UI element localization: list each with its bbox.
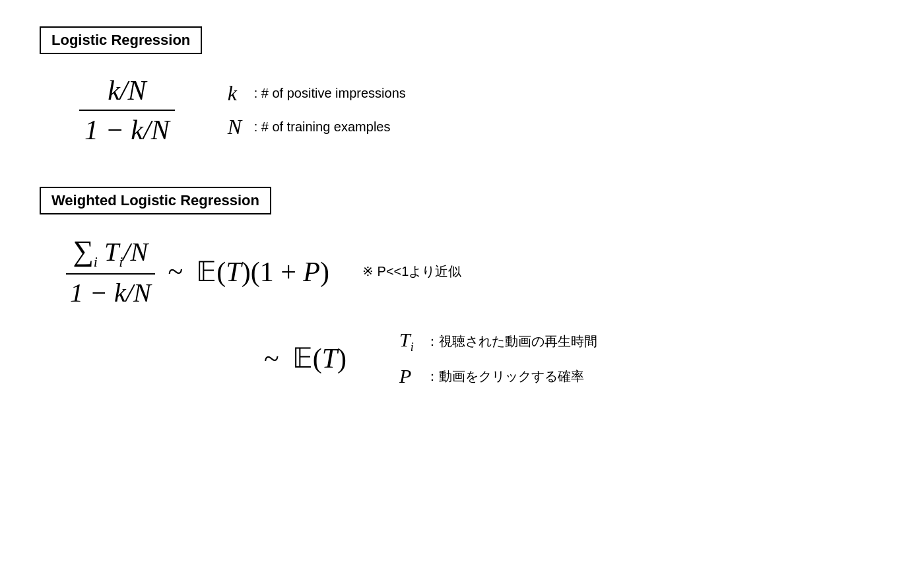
e-formula2: 𝔼(T) <box>292 342 346 374</box>
legend-var-ti: Ti <box>399 329 419 354</box>
weighted-fraction: ∑i Ti/N 1 − k/N <box>66 234 155 309</box>
e-formula1: 𝔼(T)(1 + P) <box>196 255 329 288</box>
legend-item-n: N : # of training examples <box>228 115 406 139</box>
logistic-regression-fraction: k/N 1 − k/N <box>79 74 175 147</box>
legend-colon-k: : # of positive impressions <box>254 86 406 101</box>
weighted-logistic-regression-section: Weighted Logistic Regression ∑i Ti/N 1 −… <box>40 187 884 387</box>
legend-item-k: k : # of positive impressions <box>228 81 406 106</box>
logistic-regression-legend: k : # of positive impressions N : # of t… <box>228 81 406 139</box>
weighted-formula-row2: ~ 𝔼(T) Ti ：視聴された動画の再生時間 P ：動画をクリックする確率 <box>251 329 884 387</box>
t-var: T <box>104 237 119 267</box>
fraction1-numerator: k/N <box>102 74 151 110</box>
annotation-text: ※ P<<1より近似 <box>362 263 461 280</box>
weighted-formulas-container: ∑i Ti/N 1 − k/N ~ 𝔼(T)(1 + P) ※ P<<1より近似… <box>40 234 884 387</box>
logistic-regression-formula-row: k/N 1 − k/N k : # of positive impression… <box>79 74 884 147</box>
t-subscript-i: i <box>119 253 123 270</box>
legend-item-p: P ：動画をクリックする確率 <box>399 365 597 387</box>
sigma-symbol: ∑ <box>73 235 93 267</box>
section2-label: Weighted Logistic Regression <box>40 187 271 214</box>
legend-colon-ti: ：視聴された動画の再生時間 <box>426 333 597 350</box>
weighted-legend: Ti ：視聴された動画の再生時間 P ：動画をクリックする確率 <box>399 329 597 387</box>
section1-label: Logistic Regression <box>40 26 202 54</box>
weighted-formula-row1: ∑i Ti/N 1 − k/N ~ 𝔼(T)(1 + P) ※ P<<1より近似 <box>66 234 884 309</box>
legend-var-p: P <box>399 365 419 387</box>
weighted-fraction-numerator: ∑i Ti/N <box>69 234 152 273</box>
sigma-subscript-i: i <box>94 253 98 270</box>
legend-colon-p: ：動画をクリックする確率 <box>426 368 584 385</box>
tilde-symbol2: ~ <box>264 343 279 374</box>
legend-var-n: N <box>228 115 248 139</box>
logistic-regression-section: Logistic Regression k/N 1 − k/N k : # of… <box>40 26 884 147</box>
weighted-fraction-denominator: 1 − k/N <box>66 273 155 309</box>
legend-var-k: k <box>228 81 248 106</box>
annotation-p-small: ※ P<<1より近似 <box>362 263 461 280</box>
tilde-symbol1: ~ <box>168 255 183 287</box>
fraction1-denominator: 1 − k/N <box>79 110 175 147</box>
legend-colon-n: : # of training examples <box>254 119 391 135</box>
legend-item-ti: Ti ：視聴された動画の再生時間 <box>399 329 597 354</box>
